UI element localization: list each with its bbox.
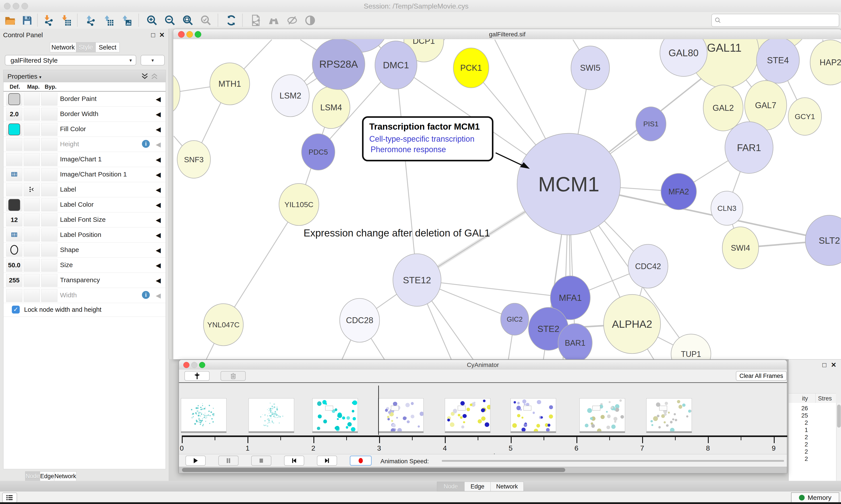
expand-row-arrow[interactable]: ◀	[156, 246, 161, 254]
property-row-fill-color[interactable]: Fill Color◀	[3, 122, 165, 137]
node-BAR1[interactable]: BAR1	[558, 324, 592, 359]
tab-node-style[interactable]: Node	[25, 471, 40, 481]
close-panel-icon[interactable]: ✕	[831, 362, 836, 368]
property-row-image-chart-position-1[interactable]: Image/Chart Position 1◀	[3, 167, 165, 182]
export-table-button[interactable]	[102, 13, 115, 28]
default-value[interactable]: 255	[9, 277, 19, 284]
zoom-in-button[interactable]	[145, 13, 159, 28]
node-GIC2[interactable]: GIC2	[501, 303, 529, 335]
node-RPS28A[interactable]: RPS28A	[312, 39, 365, 90]
show-all-button[interactable]	[303, 13, 317, 28]
node-DMC1[interactable]: DMC1	[375, 41, 417, 89]
default-swatch[interactable]	[8, 93, 20, 105]
first-neighbors-button[interactable]	[267, 13, 281, 28]
delete-frame-button[interactable]	[220, 371, 246, 381]
app-zoom-button[interactable]	[21, 3, 28, 10]
node-GCY1[interactable]: GCY1	[788, 98, 822, 135]
node-SWI4[interactable]: SWI4	[722, 227, 759, 269]
keyframe-thumbnail-2[interactable]	[312, 398, 358, 432]
apply-preferred-layout-button[interactable]	[224, 13, 238, 28]
default-value[interactable]: 50.0	[8, 262, 20, 269]
horizontal-scrollbar[interactable]	[179, 467, 787, 473]
memory-button[interactable]: Memory	[791, 492, 839, 503]
keyframe-thumbnail-3[interactable]	[378, 398, 424, 432]
default-value[interactable]: 2.0	[10, 111, 19, 118]
annotation-box[interactable]: Transcription factor MCM1 Cell-type-spec…	[362, 116, 494, 161]
expand-row-arrow[interactable]: ◀	[156, 110, 161, 118]
tab-node-table[interactable]: Node Table	[437, 482, 465, 491]
node-PIS1[interactable]: PIS1	[636, 107, 666, 141]
node-LSM2[interactable]: LSM2	[272, 75, 309, 117]
node-FAR1[interactable]: FAR1	[725, 122, 773, 174]
stop-button[interactable]	[251, 456, 271, 466]
edge-yil105c-ynl047c[interactable]	[223, 204, 299, 325]
import-network-button[interactable]	[42, 13, 56, 28]
animation-speed-slider[interactable]	[442, 460, 784, 462]
node-YIL105C[interactable]: YIL105C	[279, 183, 319, 226]
app-minimize-button[interactable]	[13, 3, 19, 10]
expand-row-arrow[interactable]: ◀	[156, 156, 161, 163]
tab-network-table[interactable]: Network Table	[490, 482, 524, 491]
clear-all-frames-button[interactable]: Clear All Frames	[736, 371, 787, 381]
node-TUP1[interactable]: TUP1	[671, 334, 711, 359]
property-row-label[interactable]: Label◀	[3, 182, 165, 197]
property-row-border-width[interactable]: 2.0Border Width◀	[3, 107, 165, 122]
float-panel-icon[interactable]: □	[822, 362, 826, 368]
keyframe-thumbnail-4[interactable]	[445, 398, 490, 432]
node-ALPHA2[interactable]: ALPHA2	[604, 294, 661, 354]
record-button[interactable]	[350, 456, 372, 466]
open-session-button[interactable]	[3, 13, 17, 28]
node-PDC5[interactable]: PDC5	[302, 134, 335, 170]
network-canvas[interactable]: RPS28BGAL11MTH1LSM2LSM4SNF3PDC5YIL105CYN…	[173, 39, 841, 359]
node-STE12[interactable]: STE12	[393, 254, 441, 306]
node-YNL047C[interactable]: YNL047C	[203, 304, 243, 346]
hide-selected-button[interactable]	[285, 13, 299, 28]
expand-row-arrow[interactable]: ◀	[156, 186, 161, 194]
scrollbar-thumb[interactable]	[182, 468, 565, 472]
node-SNF3[interactable]: SNF3	[177, 141, 211, 178]
node-CDC28[interactable]: CDC28	[340, 299, 379, 342]
node-GAL2[interactable]: GAL2	[703, 85, 743, 131]
default-swatch[interactable]	[8, 199, 20, 211]
property-row-label-font-size[interactable]: 12Label Font Size◀	[3, 212, 165, 228]
keyframe-thumbnail-1[interactable]	[249, 398, 294, 432]
keyframe-thumbnail-6[interactable]	[579, 398, 625, 432]
position-icon[interactable]	[11, 170, 18, 179]
tab-edge-table[interactable]: Edge Table	[464, 482, 490, 491]
tab-network[interactable]: Network	[50, 42, 76, 52]
float-panel-icon[interactable]: □	[151, 32, 155, 38]
property-row-transparency[interactable]: 255Transparency◀	[3, 273, 165, 288]
zoom-out-button[interactable]	[163, 13, 177, 28]
properties-header[interactable]: Properties ▾	[3, 70, 165, 83]
import-table-button[interactable]	[59, 13, 73, 28]
property-row-size[interactable]: 50.0Size◀	[3, 258, 165, 273]
save-session-button[interactable]	[20, 13, 34, 28]
property-row-label-color[interactable]: Label Color◀	[3, 197, 165, 212]
node-MTH1[interactable]: MTH1	[210, 63, 250, 105]
node-CDC42[interactable]: CDC42	[628, 244, 668, 288]
property-row-image-chart-1[interactable]: Image/Chart 1◀	[3, 152, 165, 167]
frames-timeline[interactable]: 0123456789 Seconds	[179, 383, 787, 454]
property-row-border-paint[interactable]: Border Paint◀	[3, 91, 165, 107]
style-dropdown[interactable]: galFiltered Style▾	[5, 55, 136, 66]
app-close-button[interactable]	[4, 3, 11, 10]
annotation-link-1[interactable]: Cell-type-specific transcription	[369, 134, 475, 144]
zoom-fit-button[interactable]	[181, 13, 195, 28]
property-row-width[interactable]: Widthi◀	[3, 288, 165, 303]
zoom-selected-button[interactable]	[199, 13, 213, 28]
network-graph[interactable]: RPS28BGAL11MTH1LSM2LSM4SNF3PDC5YIL105CYN…	[173, 39, 841, 359]
node-MCM1[interactable]: MCM1	[517, 133, 621, 235]
expand-row-arrow[interactable]: ◀	[156, 262, 161, 269]
network-from-file-button[interactable]	[249, 13, 263, 28]
keyframe-thumbnail-5[interactable]	[511, 398, 556, 432]
node-LSM4[interactable]: LSM4	[312, 87, 350, 128]
node-sliver[interactable]	[173, 74, 180, 113]
default-value[interactable]: 12	[11, 216, 18, 223]
lock-size-checkbox[interactable]: ✓	[12, 306, 20, 313]
export-image-button[interactable]	[120, 13, 133, 28]
add-frame-button[interactable]	[184, 371, 210, 381]
property-row-shape[interactable]: Shape◀	[3, 242, 165, 258]
next-frame-button[interactable]	[317, 456, 337, 466]
expand-row-arrow[interactable]: ◀	[156, 201, 161, 209]
search-input[interactable]	[711, 14, 839, 27]
